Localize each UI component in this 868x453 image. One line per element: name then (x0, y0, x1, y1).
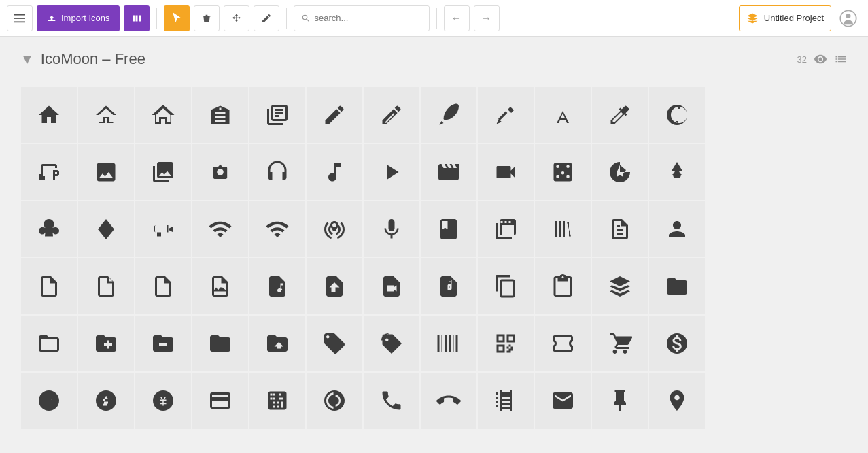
icon-cell-image[interactable] (77, 144, 135, 201)
icon-cell-pen[interactable] (477, 86, 534, 144)
icon-cell-coin-pound[interactable] (77, 372, 135, 429)
icon-cell-qrcode[interactable] (477, 315, 534, 372)
icon-cell-video-camera[interactable] (477, 144, 534, 201)
section-top-row: ▼ IcoMoon – Free 32 (20, 50, 848, 75)
icon-cell-file3[interactable] (135, 258, 192, 315)
icon-cell-home1[interactable] (20, 86, 77, 144)
icon-cell-library[interactable] (534, 201, 591, 258)
section-title: IcoMoon – Free (41, 50, 145, 68)
icon-cell-location[interactable] (648, 372, 706, 429)
undo-button[interactable]: ← (444, 5, 470, 31)
icon-cell-ticket[interactable] (534, 315, 591, 372)
avatar-button[interactable] (835, 5, 861, 31)
icon-cell-paint-format[interactable] (20, 144, 77, 201)
icon-cell-coin-euro[interactable] (20, 372, 77, 429)
icon-cell-file-video[interactable] (363, 258, 420, 315)
icon-cell-droplet[interactable] (648, 86, 706, 144)
icon-cell-copy[interactable] (477, 258, 534, 315)
icon-cell-wifi[interactable] (192, 201, 249, 258)
icon-cell-pencil2[interactable] (363, 86, 420, 144)
search-icon (301, 14, 311, 23)
icon-cell-file-picture[interactable] (192, 258, 249, 315)
icon-cell-diamonds[interactable] (77, 201, 135, 258)
icon-cell-eyedropper[interactable] (591, 86, 648, 144)
section-controls: 32 (797, 52, 848, 66)
icon-cell-price-tags[interactable] (363, 315, 420, 372)
icon-cell-credit-card[interactable] (192, 372, 249, 429)
icon-cell-coin-dollar[interactable] (648, 315, 706, 372)
toolbar: Import Icons ← → Untitled Project (0, 0, 868, 37)
section-divider (20, 75, 848, 76)
icon-cell-folder-upload[interactable] (249, 315, 306, 372)
delete-button[interactable] (194, 5, 220, 31)
search-input[interactable] (315, 13, 417, 23)
icon-cell-pacman[interactable] (591, 144, 648, 201)
icon-cell-connection[interactable] (249, 201, 306, 258)
icon-cell-address-book[interactable] (477, 372, 534, 429)
select-button[interactable] (164, 5, 190, 31)
move-button[interactable] (224, 5, 249, 31)
icon-cell-folder-plus[interactable] (77, 315, 135, 372)
icon-cell-file-play[interactable] (306, 258, 363, 315)
icon-cell-quill[interactable] (420, 86, 477, 144)
svg-rect-2 (14, 21, 25, 22)
icon-cell-file-text[interactable] (591, 201, 648, 258)
icon-cell-clubs[interactable] (20, 201, 77, 258)
icon-cell-file[interactable] (20, 258, 77, 315)
edit-button[interactable] (254, 5, 279, 31)
list-icon[interactable] (834, 52, 848, 66)
icon-cell-stack[interactable] (591, 258, 648, 315)
icon-cell-file-music[interactable] (249, 258, 306, 315)
icon-cell-lifebuoy[interactable] (306, 372, 363, 429)
icon-cell-images[interactable] (135, 144, 192, 201)
icon-cell-coin-yen[interactable] (135, 372, 192, 429)
icon-cell-pen2[interactable] (534, 86, 591, 144)
icon-cell-camera[interactable] (192, 144, 249, 201)
icon-cell-phone-hang-up[interactable] (420, 372, 477, 429)
icon-cell-office[interactable] (192, 86, 249, 144)
icon-cell-books[interactable] (477, 201, 534, 258)
icon-cell-folder[interactable] (648, 258, 706, 315)
icon-cell-cart[interactable] (591, 315, 648, 372)
icon-cell-envelop[interactable] (534, 372, 591, 429)
icon-cell-music[interactable] (306, 144, 363, 201)
visibility-icon[interactable] (814, 52, 827, 66)
icon-cell-folder-minus[interactable] (135, 315, 192, 372)
icon-cell-headphones[interactable] (249, 144, 306, 201)
project-button[interactable]: Untitled Project (739, 5, 831, 31)
icon-cell-dice[interactable] (534, 144, 591, 201)
icon-cell-newspaper[interactable] (249, 86, 306, 144)
redo-button[interactable]: → (474, 5, 500, 31)
icon-cell-barcode[interactable] (420, 315, 477, 372)
icon-cell-home2[interactable] (77, 86, 135, 144)
icon-cell-phone[interactable] (363, 372, 420, 429)
main-content: ▼ IcoMoon – Free 32 (0, 37, 868, 443)
collapse-icon[interactable]: ▼ (20, 52, 34, 67)
icon-cell-home3[interactable] (135, 86, 192, 144)
hamburger-button[interactable] (7, 5, 33, 31)
icon-cell-price-tag[interactable] (306, 315, 363, 372)
icon-cell-file2[interactable] (77, 258, 135, 315)
icon-cell-mic[interactable] (363, 201, 420, 258)
import-icons-button[interactable]: Import Icons (37, 5, 120, 31)
icon-cell-paste[interactable] (534, 258, 591, 315)
icon-cell-folder-open[interactable] (20, 315, 77, 372)
library-button[interactable] (124, 5, 150, 31)
icon-cell-calculator[interactable] (249, 372, 306, 429)
toolbar-divider-2 (286, 8, 287, 29)
icon-cell-podcast[interactable] (306, 201, 363, 258)
icon-cell-megaphone[interactable] (135, 201, 192, 258)
icon-cell-play[interactable] (363, 144, 420, 201)
svg-rect-0 (14, 14, 25, 15)
section-header: ▼ IcoMoon – Free (20, 50, 145, 68)
toolbar-divider-1 (156, 8, 157, 29)
toolbar-divider-3 (436, 8, 437, 29)
icon-cell-profile[interactable] (648, 201, 706, 258)
icon-cell-pencil[interactable] (306, 86, 363, 144)
icon-cell-pushpin[interactable] (591, 372, 648, 429)
icon-cell-folder-download[interactable] (192, 315, 249, 372)
icon-cell-spades[interactable] (648, 144, 706, 201)
icon-cell-book[interactable] (420, 201, 477, 258)
icon-cell-film[interactable] (420, 144, 477, 201)
icon-cell-file-zip[interactable] (420, 258, 477, 315)
